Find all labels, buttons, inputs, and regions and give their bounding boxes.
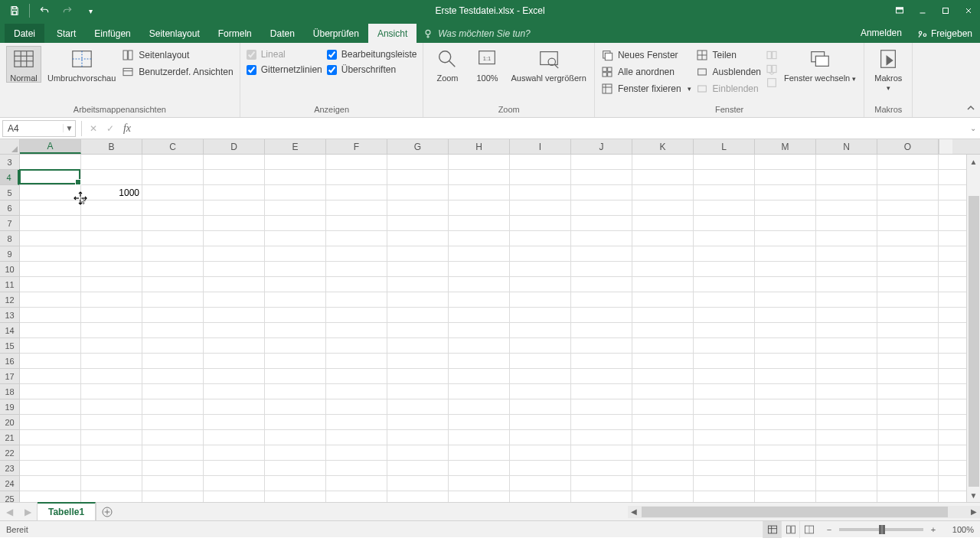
row-header[interactable]: 24 — [0, 476, 19, 491]
scroll-right-icon[interactable]: ▶ — [968, 506, 980, 518]
status-normal-view-icon[interactable] — [763, 521, 781, 538]
column-header[interactable]: F — [326, 139, 387, 154]
share-button[interactable]: Freigeben — [910, 24, 980, 43]
row-header[interactable]: 14 — [0, 323, 19, 338]
expand-formula-bar-icon[interactable]: ⌄ — [966, 124, 980, 132]
custom-views-button[interactable]: Benutzerdef. Ansichten — [122, 66, 233, 78]
redo-icon[interactable] — [59, 2, 76, 19]
column-header[interactable]: M — [755, 139, 816, 154]
scroll-down-icon[interactable]: ▼ — [967, 488, 980, 502]
column-header[interactable]: O — [877, 139, 939, 154]
minimize-icon[interactable] — [911, 0, 934, 21]
page-layout-view-button[interactable]: Seitenlayout — [122, 49, 233, 61]
column-header[interactable]: K — [632, 139, 694, 154]
row-header[interactable]: 20 — [0, 415, 19, 430]
tab-start[interactable]: Start — [47, 24, 85, 43]
cells-area[interactable]: 1000 — [20, 155, 966, 502]
collapse-ribbon-icon[interactable] — [962, 43, 980, 117]
tell-me[interactable]: Was möchten Sie tun? — [416, 24, 853, 43]
normal-view-button[interactable]: Normal — [6, 46, 41, 83]
zoom-out-icon[interactable]: − — [824, 525, 835, 534]
column-header[interactable]: C — [142, 139, 204, 154]
column-header[interactable]: N — [816, 139, 877, 154]
column-header[interactable]: E — [265, 139, 326, 154]
row-header[interactable]: 13 — [0, 308, 19, 323]
row-header[interactable]: 7 — [0, 216, 19, 231]
scroll-up-icon[interactable]: ▲ — [967, 155, 980, 168]
row-header[interactable]: 3 — [0, 155, 19, 170]
column-header[interactable]: L — [694, 139, 755, 154]
zoom-level[interactable]: 100% — [943, 525, 974, 534]
tab-file[interactable]: Datei — [5, 24, 44, 43]
row-header[interactable]: 8 — [0, 231, 19, 246]
ribbon-display-options-icon[interactable] — [888, 0, 911, 21]
row-header[interactable]: 5 — [0, 185, 19, 201]
column-header[interactable]: B — [81, 139, 142, 154]
row-header[interactable]: 17 — [0, 369, 19, 384]
row-header[interactable]: 11 — [0, 277, 19, 292]
save-icon[interactable] — [6, 2, 23, 19]
insert-function-icon[interactable]: fx — [119, 120, 136, 137]
split-button[interactable]: Teilen — [696, 49, 761, 61]
headings-checkbox[interactable]: Überschriften — [327, 64, 417, 75]
close-icon[interactable] — [957, 0, 980, 21]
row-header[interactable]: 15 — [0, 338, 19, 354]
row-header[interactable]: 21 — [0, 430, 19, 445]
vertical-scrollbar[interactable]: ▲ ▼ — [966, 155, 980, 502]
qat-customize-icon[interactable]: ▾ — [82, 2, 99, 19]
sync-scroll-button[interactable] — [766, 63, 778, 75]
zoom-selection-button[interactable]: Auswahl vergrößern — [509, 46, 587, 83]
maximize-icon[interactable] — [934, 0, 957, 21]
zoom-button[interactable]: Zoom — [430, 46, 465, 83]
row-header[interactable]: 23 — [0, 461, 19, 476]
row-header[interactable]: 9 — [0, 246, 19, 262]
zoom-in-icon[interactable]: + — [928, 525, 939, 534]
row-headers[interactable]: 345678910111213141516171819202122232425 — [0, 155, 20, 502]
column-header[interactable]: A — [20, 139, 81, 154]
gridlines-checkbox[interactable]: Gitternetzlinien — [247, 64, 322, 75]
signin-link[interactable]: Anmelden — [853, 23, 910, 43]
tab-formulas[interactable]: Formeln — [209, 24, 261, 43]
tab-insert[interactable]: Einfügen — [85, 24, 139, 43]
name-box-dropdown-icon[interactable]: ▼ — [63, 124, 75, 132]
tab-pagelayout[interactable]: Seitenlayout — [140, 24, 209, 43]
tab-data[interactable]: Daten — [261, 24, 304, 43]
select-all-button[interactable] — [0, 139, 20, 154]
new-sheet-icon[interactable] — [96, 503, 118, 520]
tab-review[interactable]: Überprüfen — [304, 24, 368, 43]
column-header[interactable]: J — [571, 139, 632, 154]
row-header[interactable]: 10 — [0, 262, 19, 277]
zoom-slider[interactable] — [839, 528, 923, 531]
zoom-100-button[interactable]: 1:1 100% — [469, 46, 505, 83]
arrange-all-button[interactable]: Alle anordnen — [601, 66, 691, 78]
selected-cell[interactable] — [19, 169, 80, 184]
horizontal-scrollbar[interactable]: ◀ ▶ — [628, 506, 980, 518]
row-header[interactable]: 22 — [0, 445, 19, 461]
formula-bar-checkbox[interactable]: Bearbeitungsleiste — [327, 49, 417, 60]
macros-button[interactable]: Makros▾ — [871, 46, 906, 93]
formula-input[interactable] — [136, 120, 963, 137]
column-header[interactable]: D — [204, 139, 265, 154]
row-header[interactable]: 18 — [0, 384, 19, 399]
new-window-button[interactable]: Neues Fenster — [601, 49, 691, 61]
freeze-panes-button[interactable]: Fenster fixieren▾ — [601, 83, 691, 95]
column-header[interactable]: H — [449, 139, 510, 154]
row-header[interactable]: 25 — [0, 491, 19, 502]
hide-button[interactable]: Ausblenden — [696, 66, 761, 78]
column-header[interactable]: G — [387, 139, 449, 154]
status-page-break-icon[interactable] — [799, 521, 818, 538]
status-page-layout-icon[interactable] — [781, 521, 799, 538]
row-header[interactable]: 6 — [0, 201, 19, 216]
row-header[interactable]: 12 — [0, 292, 19, 308]
column-header[interactable]: I — [510, 139, 571, 154]
switch-windows-button[interactable]: Fenster wechseln ▾ — [782, 46, 858, 83]
page-break-preview-button[interactable]: Umbruchvorschau — [46, 46, 117, 83]
row-header[interactable]: 16 — [0, 354, 19, 369]
cell-value[interactable]: 1000 — [81, 185, 142, 201]
scroll-left-icon[interactable]: ◀ — [628, 506, 640, 518]
reset-window-button[interactable] — [766, 77, 778, 89]
view-side-by-side-button[interactable] — [766, 49, 778, 61]
row-header[interactable]: 19 — [0, 399, 19, 415]
tab-view[interactable]: Ansicht — [368, 24, 416, 43]
undo-icon[interactable] — [36, 2, 53, 19]
